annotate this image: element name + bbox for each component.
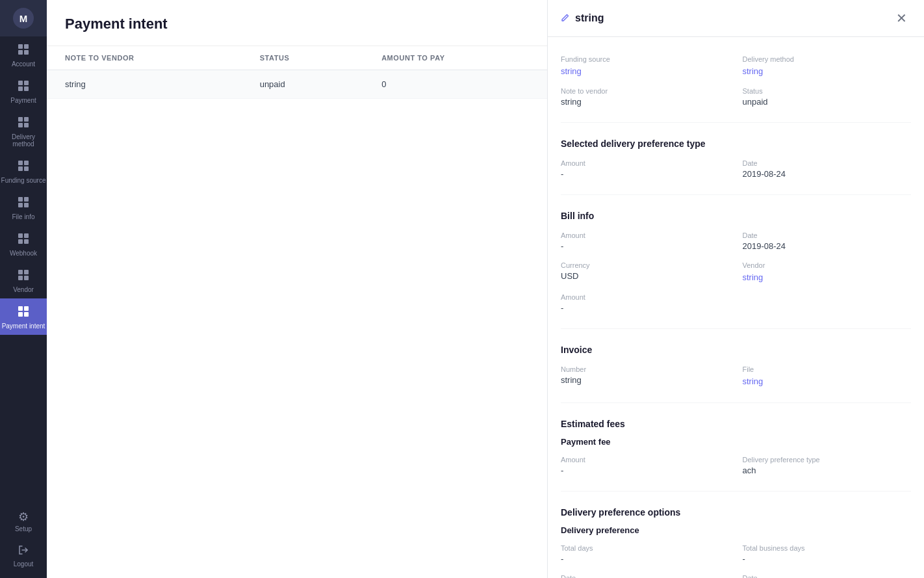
bill-currency-value: USD [561,271,730,281]
svg-rect-19 [24,203,29,207]
bill-grid: Amount - Date 2019-08-24 Currency USD Ve… [561,226,911,318]
delivery-pref-options-title: Delivery preference options [561,502,911,518]
sdp-date-value: 2019-08-24 [743,169,912,179]
cell-status: unpaid [242,70,363,99]
field-bill-amount2: Amount - [561,288,730,318]
pf-delivery-pref-value: ach [743,466,912,475]
svg-rect-0 [18,44,23,49]
svg-rect-6 [18,86,23,91]
dp-date2-label: Date [743,574,912,578]
svg-rect-24 [18,270,23,274]
cell-note-to-vendor: string [47,70,242,99]
sidebar-item-setup[interactable]: ⚙ Setup [0,505,47,538]
svg-rect-25 [24,270,29,274]
svg-rect-5 [24,81,29,85]
sidebar-item-webhook[interactable]: Webhook [0,226,47,262]
status-label: Status [743,87,912,95]
field-dp-total-biz-days: Total business days - [743,539,912,569]
logout-icon [18,544,29,558]
svg-rect-12 [18,161,23,165]
field-bill-amount: Amount - [561,226,730,256]
svg-rect-26 [18,276,23,280]
sdp-grid: Amount - Date 2019-08-24 [561,154,911,184]
payment-intent-icon [17,305,30,320]
svg-rect-18 [18,203,23,207]
payment-fee-grid: Amount - Delivery preference type ach [561,451,911,480]
sdp-amount-value: - [561,169,730,179]
svg-rect-8 [18,117,23,122]
payment-fee-subsection-title: Payment fee [561,437,911,447]
dp-total-biz-days-value: - [743,554,912,564]
pf-amount-value: - [561,466,730,475]
funding-source-value[interactable]: string [561,66,582,76]
sidebar-item-funding-source[interactable]: Funding source [0,153,47,189]
sidebar-nav: Account Payment [0,36,47,505]
bill-info-section-title: Bill info [561,205,911,221]
svg-rect-31 [24,312,29,317]
svg-rect-21 [24,233,29,238]
delivery-method-value[interactable]: string [743,66,764,76]
svg-rect-17 [24,197,29,202]
setup-icon: ⚙ [18,511,29,523]
svg-rect-11 [24,123,29,127]
field-pf-delivery-pref: Delivery preference type ach [743,451,912,480]
bill-date-value: 2019-08-24 [743,241,912,251]
svg-rect-28 [18,306,23,311]
invoice-grid: Number string File string [561,360,911,392]
sidebar-item-payment-intent[interactable]: Payment intent [0,298,47,335]
bill-amount2-value: - [561,303,730,313]
pf-delivery-pref-label: Delivery preference type [743,456,912,464]
cell-amount-to-pay: 0 [363,70,547,99]
note-to-vendor-value: string [561,97,730,107]
bill-vendor-value[interactable]: string [743,272,764,282]
svg-rect-2 [18,50,23,55]
delivery-method-label: Delivery method [743,55,912,63]
col-amount-to-pay: AMOUNT TO PAY [363,46,547,70]
sidebar-item-account[interactable]: Account [0,36,47,73]
delivery-pref-subsection-title: Delivery preference [561,525,911,535]
selected-delivery-section-title: Selected delivery preference type [561,133,911,149]
delivery-pref-grid: Total days - Total business days - Date … [561,539,911,578]
sidebar-item-payment[interactable]: Payment [0,73,47,109]
bill-amount-value: - [561,241,730,251]
field-funding-source: Funding source string [561,50,730,82]
field-bill-currency: Currency USD [561,256,730,288]
field-dp-date2: Date 2019-08-24 [743,569,912,578]
col-note-to-vendor: NOTE TO VENDOR [47,46,242,70]
status-value: unpaid [743,97,912,107]
field-delivery-method: Delivery method string [743,50,912,82]
sidebar-item-delivery-method[interactable]: Delivery method [0,109,47,153]
close-button[interactable]: ✕ [892,10,911,26]
field-pf-amount: Amount - [561,451,730,480]
page-title: Payment intent [65,16,529,33]
field-status: Status unpaid [743,82,912,112]
webhook-icon [17,232,30,247]
sidebar-item-logout[interactable]: Logout [0,538,47,573]
bill-vendor-label: Vendor [743,261,912,269]
svg-rect-22 [18,239,23,244]
bill-amount-label: Amount [561,231,730,239]
invoice-file-value[interactable]: string [743,376,764,386]
detail-title-row: string [561,12,604,24]
detail-title: string [575,12,604,24]
table-row[interactable]: string unpaid 0 [47,70,547,99]
svg-rect-9 [24,117,29,122]
bill-amount2-label: Amount [561,293,730,301]
pf-amount-label: Amount [561,456,730,464]
svg-rect-4 [18,81,23,85]
sidebar-item-file-info[interactable]: File info [0,189,47,226]
invoice-number-value: string [561,375,730,385]
svg-rect-14 [18,166,23,171]
sidebar: M Account [0,0,47,578]
sidebar-bottom: ⚙ Setup Logout [0,505,47,578]
sdp-date-label: Date [743,159,912,167]
col-status: STATUS [242,46,363,70]
invoice-section-title: Invoice [561,339,911,355]
detail-body: Funding source string Delivery method st… [548,37,924,578]
bill-currency-label: Currency [561,261,730,269]
svg-rect-15 [24,166,29,171]
note-to-vendor-label: Note to vendor [561,87,730,95]
sidebar-item-vendor[interactable]: Vendor [0,262,47,298]
top-grid: Funding source string Delivery method st… [561,50,911,112]
table-container: NOTE TO VENDOR STATUS AMOUNT TO PAY stri… [47,46,547,578]
